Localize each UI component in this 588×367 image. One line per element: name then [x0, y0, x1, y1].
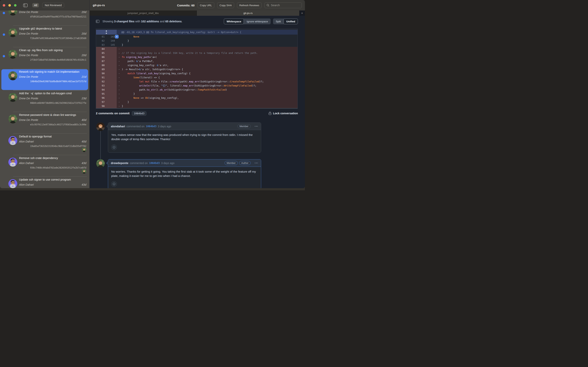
commit-author: Alon Dahari: [19, 140, 34, 143]
comment-header: drewdeponte commented on 1084bd3 3 days …: [108, 159, 261, 167]
comment-body: No worries. Thanks for getting it going.…: [108, 167, 261, 188]
diff-code: }: [122, 100, 297, 104]
copy-url-button[interactable]: Copy URL: [198, 2, 214, 8]
move-hunk-icon[interactable]: [105, 30, 108, 34]
old-line-number: 89: [96, 67, 105, 71]
window-minimize-button[interactable]: [8, 4, 11, 7]
diff-marker: -: [118, 55, 120, 59]
comment-author-avatar: [96, 159, 105, 168]
add-tab-button[interactable]: +: [299, 10, 305, 16]
page-title: git-ps-rs: [93, 3, 105, 7]
refresh-reviews-button[interactable]: Refresh Reviews: [237, 2, 261, 8]
old-line-number: 93: [96, 83, 105, 88]
diff-marker: -: [118, 96, 120, 100]
window-zoom-button[interactable]: [14, 4, 17, 7]
commit-sha: 19a85af3632b331954bc9bb31ebf21dbd35dff02: [30, 145, 86, 148]
commit-sha-chip[interactable]: 1084bd3: [132, 111, 146, 116]
commit-link[interactable]: 1084bd3: [149, 162, 160, 165]
commit-date: 20d: [82, 32, 86, 35]
comment-username[interactable]: drewdeponte: [111, 162, 128, 165]
filter-tab-all[interactable]: All: [32, 3, 39, 7]
commit-list-item[interactable]: Remove password store & clean lint warni…: [0, 112, 89, 133]
comment-timestamp: 3 days ago: [161, 162, 175, 165]
diff-code: signing_key_config: &'a str,: [122, 63, 297, 67]
comment-menu-icon[interactable]: [254, 125, 258, 127]
comments-count-label: 2 comments on commit: [96, 112, 129, 115]
commit-date: 20d: [82, 54, 86, 57]
titlebar: git-ps-rs Commits: 60 Copy URL Copy SHA …: [90, 0, 305, 10]
old-line-number: 87: [96, 59, 105, 63]
diff-line: 91 - Some(literal) => {: [96, 75, 297, 80]
copy-sha-button[interactable]: Copy SHA: [217, 2, 234, 8]
diff-code: // If the signing key is a literal SSH k…: [122, 51, 297, 55]
comment-header: alondahari commented on 1084bd3 3 days a…: [108, 123, 261, 130]
diff-code: Some(literal) => {: [122, 75, 297, 80]
commit-list-item[interactable]: Update ssh signer to use correct program…: [0, 177, 89, 188]
old-line-number: 92: [96, 80, 105, 83]
comment-card: drewdeponte commented on 1084bd3 3 days …: [108, 159, 261, 188]
commit-link[interactable]: 1084bd3: [146, 125, 157, 128]
filter-tab-not-reviewed[interactable]: Not Reviewed: [42, 3, 64, 8]
diff-marker: -: [118, 75, 120, 80]
new-line-number: 144: [106, 39, 115, 43]
commit-list-item[interactable]: Add the `-q` option to the ssh-keygen cm…: [0, 90, 89, 112]
old-line-number: 81: [96, 35, 105, 39]
commit-sha: 936c7468c40abd782ade2826501912fe2b7ce8fd: [30, 167, 86, 169]
approver-avatar: [82, 148, 86, 152]
sidebar-toggle-icon[interactable]: [23, 3, 28, 7]
commit-list-item[interactable]: Drew De Ponte 20d dfd0181ae59a00f9aa963f…: [0, 10, 89, 26]
commit-list-item[interactable]: Remove ssh crate dependency Alon Dahari …: [0, 155, 89, 177]
tab-jumpstart-project-shell-libs[interactable]: jumpstart_project_shell_libs: [90, 10, 197, 16]
diff-line: 87 - path: &'a PathBuf,: [96, 59, 297, 63]
diff-line: 96 - None => Ok(signing_key_config),: [96, 96, 297, 100]
diff-line: 89 - ) -> Result<&'a str, SshSignStringE…: [96, 67, 297, 71]
commit-author-avatar: [8, 10, 17, 16]
commit-author: Drew De Ponte: [19, 32, 38, 35]
new-line-number: 143: [106, 35, 115, 39]
tab-git-ps-rs[interactable]: git-ps-rs: [197, 10, 299, 16]
commit-sha: dfd0181ae59a00f9aa963ff5c87ba798f6ee5211: [30, 15, 86, 18]
commit-date: 23d: [82, 97, 86, 100]
diff-view: @@ -81,18 +143,3 @@ fn literal_ssh_key(s…: [96, 29, 298, 108]
commit-sha: e5c95f0113e97366a3c40271f9565ead85c3c00e: [30, 123, 86, 126]
commit-list-item[interactable]: Clean up .sig files from ssh signing Dre…: [0, 47, 89, 69]
commit-sidebar: All Not Reviewed Drew De Ponte 20d dfd01…: [0, 0, 90, 188]
toggle-split[interactable]: Split: [273, 18, 284, 24]
lock-icon: [269, 113, 271, 115]
old-line-number: 96: [96, 96, 105, 100]
comment-author-avatar: [96, 123, 105, 131]
avatar-alon-memoji: [8, 158, 17, 167]
commit-sha: 1084bd39e0208fda9bd8d4f980c483ae1bf5757d: [30, 80, 86, 83]
diff-line: 84 -: [96, 47, 297, 51]
window-close-button[interactable]: [3, 4, 5, 7]
file-tree-toggle-icon[interactable]: [96, 20, 99, 23]
avatar-alon-memoji: [8, 136, 17, 145]
old-line-number: 95: [96, 92, 105, 96]
add-reaction-button[interactable]: [111, 181, 117, 187]
diff-marker: -: [118, 83, 120, 88]
diff-marker: -: [118, 67, 120, 71]
comment-menu-icon[interactable]: [254, 162, 258, 164]
commit-author-avatar: [8, 115, 17, 124]
diff-line: 86 - fn signing_key_path<'a>(: [96, 55, 297, 59]
commit-author: Alon Dahari: [19, 183, 34, 186]
avatar-drew-photo: [8, 28, 17, 37]
diff-code: ) -> Result<&'a str, SshSignStringError>…: [122, 67, 297, 71]
search-input[interactable]: Search: [264, 2, 302, 8]
commit-list-item[interactable]: Default to openpgp format Alon Dahari 40…: [0, 133, 89, 155]
commit-list-item[interactable]: Upgrade git2 dependency to latest Drew D…: [0, 26, 89, 47]
commit-date: 20d: [82, 10, 86, 14]
review-content: Showing 3 changed files with 102 additio…: [90, 16, 305, 188]
toggle-ignore-whitespace[interactable]: Ignore whitespace: [244, 18, 271, 24]
lock-conversation-button[interactable]: Lock conversation: [269, 112, 298, 115]
old-line-number: 82: [96, 39, 105, 43]
comment-username[interactable]: alondahari: [111, 125, 125, 128]
comments-header: 2 comments on commit 1084bd3 Lock conver…: [96, 111, 298, 116]
commit-list-item[interactable]: Rework ssh signing to match Git implemen…: [0, 69, 89, 90]
toggle-unified[interactable]: Unified: [284, 18, 298, 24]
toggle-whitespace[interactable]: Whitespace: [224, 18, 244, 24]
add-comment-button[interactable]: +: [115, 35, 119, 39]
diff-marker: -: [118, 100, 120, 104]
badge-author: Author: [239, 161, 251, 165]
add-reaction-button[interactable]: [111, 144, 117, 150]
